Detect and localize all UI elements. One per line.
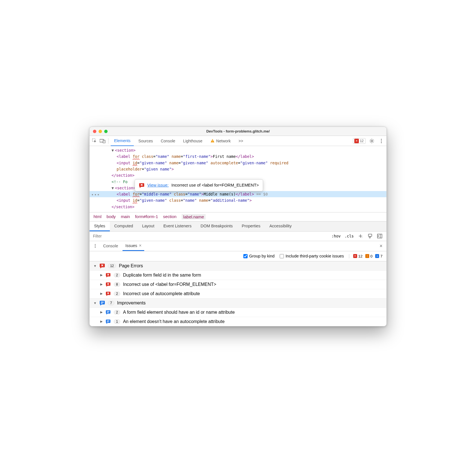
drawer-tab-issues[interactable]: Issues×: [123, 241, 144, 251]
subtab-styles[interactable]: Styles: [90, 221, 110, 231]
tab-sources[interactable]: Sources: [135, 136, 156, 146]
crumb-html[interactable]: html: [94, 214, 101, 219]
error-bubble-icon: [105, 282, 111, 287]
brush-icon[interactable]: [367, 233, 373, 239]
group-by-kind-checkbox[interactable]: Group by kind: [243, 254, 275, 258]
hov-toggle[interactable]: :hov: [332, 234, 341, 238]
new-style-icon[interactable]: [358, 233, 363, 239]
svg-rect-2: [103, 140, 105, 143]
window-title: DevTools - form-problems.glitch.me/: [90, 129, 386, 133]
tab-lighthouse[interactable]: Lighthouse: [180, 136, 206, 146]
kebab-icon[interactable]: [378, 138, 385, 144]
issue-label: An element doesn't have an autocomplete …: [123, 319, 225, 324]
svg-point-21: [95, 246, 96, 246]
tabs-overflow[interactable]: >>: [235, 136, 246, 146]
issues-filter-bar: Group by kind Include third-party cookie…: [90, 251, 386, 261]
chevron-down-icon[interactable]: ▼: [94, 301, 97, 305]
svg-line-12: [370, 142, 371, 143]
crumb-section[interactable]: section: [163, 214, 177, 219]
svg-point-22: [95, 247, 96, 248]
drawer-tab-console[interactable]: Console: [100, 241, 121, 251]
tab-network[interactable]: Network: [207, 136, 234, 146]
group-label: Improvements: [117, 300, 146, 306]
drawer-kebab-icon[interactable]: [92, 243, 99, 249]
svg-rect-1: [100, 139, 103, 142]
warn-count-badge[interactable]: !0: [365, 254, 373, 258]
close-issues-tab-icon[interactable]: ×: [139, 243, 141, 248]
svg-rect-25: [101, 303, 103, 304]
issue-item[interactable]: ▶ 2 Duplicate form field id in the same …: [90, 271, 386, 280]
info-bubble-icon: [105, 310, 111, 315]
issue-tooltip: View issue: Incorrect use of <label for=…: [135, 179, 263, 191]
error-bubble-icon: [105, 291, 111, 297]
issue-label: Duplicate form field id in the same form: [123, 273, 201, 278]
styles-tabs: Styles Computed Layout Event Listeners D…: [90, 221, 386, 232]
issue-counters: ✕12 !0 ≡7: [349, 254, 382, 258]
cls-toggle[interactable]: .cls: [344, 234, 354, 238]
chevron-right-icon[interactable]: ▶: [100, 282, 103, 286]
device-toggle-icon[interactable]: [99, 138, 106, 144]
tab-console[interactable]: Console: [157, 136, 179, 146]
tooltip-message: Incorrect use of <label for=FORM_ELEMENT…: [172, 182, 259, 189]
tab-elements[interactable]: Elements: [111, 136, 134, 146]
crumb-body[interactable]: body: [106, 214, 116, 219]
issue-item[interactable]: ▶ 2 Incorrect use of autocomplete attrib…: [90, 289, 386, 299]
subtab-properties[interactable]: Properties: [237, 221, 265, 231]
issues-list: ▼ 12 Page Errors ▶ 2 Duplicate form fiel…: [90, 261, 386, 326]
issue-group-improvements[interactable]: ▼ 7 Improvements: [90, 299, 386, 308]
issue-label: Incorrect use of autocomplete attribute: [123, 291, 200, 296]
crumb-main[interactable]: main: [121, 214, 130, 219]
svg-rect-30: [107, 321, 110, 321]
window-controls: [93, 130, 108, 133]
close-drawer-icon[interactable]: ×: [378, 243, 384, 249]
svg-rect-23: [101, 302, 104, 302]
issue-group-errors[interactable]: ▼ 12 Page Errors: [90, 261, 386, 271]
issue-item[interactable]: ▶ 2 A form field element should have an …: [90, 308, 386, 317]
svg-rect-27: [107, 312, 110, 312]
zoom-window-dot[interactable]: [104, 130, 108, 133]
svg-line-11: [373, 142, 373, 143]
subtab-computed[interactable]: Computed: [110, 221, 138, 231]
chevron-right-icon[interactable]: ▶: [100, 292, 103, 295]
include-third-party-checkbox[interactable]: Include third-party cookie issues: [280, 254, 344, 258]
crumb-label[interactable]: label.name: [182, 214, 206, 219]
issue-item[interactable]: ▶ 8 Incorrect use of <label for=FORM_ELE…: [90, 280, 386, 289]
chevron-right-icon[interactable]: ▶: [100, 320, 103, 323]
styles-filter-input[interactable]: [90, 234, 328, 238]
subtab-event-listeners[interactable]: Event Listeners: [159, 221, 196, 231]
subtab-accessibility[interactable]: Accessibility: [265, 221, 296, 231]
info-count-badge[interactable]: ≡7: [375, 254, 382, 258]
issue-label: Incorrect use of <label for=FORM_ELEMENT…: [123, 282, 216, 287]
chevron-right-icon[interactable]: ▶: [100, 273, 103, 277]
view-issue-link[interactable]: View issue:: [147, 182, 169, 189]
warning-icon: [210, 139, 215, 143]
svg-point-16: [381, 142, 382, 143]
error-x-icon: ✕: [354, 139, 359, 143]
elements-tree[interactable]: ▼<section> <label for class="name" name=…: [90, 146, 386, 212]
chevron-down-icon[interactable]: ▼: [94, 264, 97, 268]
inspect-icon[interactable]: [91, 138, 98, 144]
crumb-form[interactable]: form#form-1: [135, 214, 158, 219]
gear-icon[interactable]: [368, 138, 375, 144]
panel-toggle-icon[interactable]: [377, 233, 382, 239]
svg-point-5: [371, 140, 373, 142]
subtab-layout[interactable]: Layout: [137, 221, 159, 231]
minimize-window-dot[interactable]: [99, 130, 102, 133]
drawer-tabs: Console Issues× ×: [90, 241, 386, 251]
svg-point-20: [95, 244, 96, 245]
titlebar: DevTools - form-problems.glitch.me/: [90, 127, 386, 136]
breadcrumb: html body main form#form-1 section label…: [90, 212, 386, 221]
chevron-right-icon[interactable]: ▶: [100, 310, 103, 314]
issue-item[interactable]: ▶ 1 An element doesn't have an autocompl…: [90, 317, 386, 326]
subtab-dom-breakpoints[interactable]: DOM Breakpoints: [196, 221, 237, 231]
issue-label: A form field element should have an id o…: [123, 310, 235, 315]
error-bubble-icon: [99, 263, 105, 269]
info-bubble-icon: [105, 319, 111, 324]
selected-node[interactable]: ••• <label for="middle-name" class="name…: [90, 191, 386, 197]
group-label: Page Errors: [119, 263, 143, 268]
error-count-badge[interactable]: ✕12: [353, 254, 362, 258]
close-window-dot[interactable]: [93, 130, 96, 133]
svg-rect-31: [107, 322, 108, 322]
svg-point-15: [381, 140, 382, 141]
error-counter[interactable]: ✕ 12: [353, 138, 366, 144]
